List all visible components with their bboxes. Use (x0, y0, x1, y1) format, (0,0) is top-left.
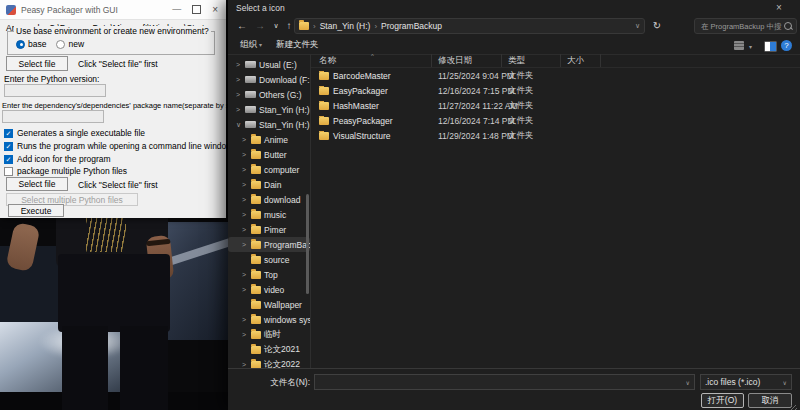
filename-combobox[interactable]: ∨ (314, 374, 695, 390)
sidebar-item[interactable]: > ProgramBack (228, 237, 310, 252)
select-file-button-1[interactable]: Select file (6, 56, 68, 71)
sidebar-item[interactable]: > 临时 (228, 327, 310, 342)
sidebar-item[interactable]: > Others (G:) (228, 87, 310, 102)
new-folder-button[interactable]: 新建文件夹 (276, 39, 319, 51)
maximize-icon[interactable] (192, 5, 201, 14)
search-box[interactable] (694, 18, 797, 34)
expander-icon[interactable]: > (242, 151, 248, 158)
expander-icon[interactable]: > (242, 361, 248, 368)
file-row[interactable]: HashMaster 11/27/2024 11:22 AM 文件夹 (311, 98, 800, 113)
sidebar-item[interactable]: > computer (228, 162, 310, 177)
expander-icon[interactable]: > (236, 91, 242, 98)
python-version-input[interactable] (4, 84, 106, 97)
execute-button[interactable]: Execute (8, 204, 64, 217)
expander-icon[interactable]: > (242, 166, 248, 173)
filetype-select[interactable]: .ico files (*.ico) ∨ (700, 374, 792, 390)
expander-icon[interactable]: > (242, 196, 248, 203)
file-row[interactable]: PeasyPackager 12/16/2024 7:14 PM 文件夹 (311, 113, 800, 128)
sidebar-item[interactable]: > Usual (E:) (228, 57, 310, 72)
window-titlebar[interactable]: Peasy Packager with GUI — × (0, 0, 226, 20)
view-mode-icon[interactable] (734, 41, 744, 50)
folder-icon (251, 271, 261, 279)
file-list-pane: 名称 修改日期 类型 大小 ^ BarcodeMaster 11/25/2024… (310, 54, 800, 368)
sidebar-item[interactable]: > Butter (228, 147, 310, 162)
sidebar-item[interactable]: > Dain (228, 177, 310, 192)
dependencies-input[interactable] (2, 110, 104, 123)
expander-icon[interactable]: > (242, 331, 248, 338)
person-shirt-fringe (86, 218, 126, 252)
column-header-size[interactable]: 大小 (561, 54, 601, 67)
radio-new[interactable]: new (56, 39, 84, 49)
close-icon[interactable]: × (769, 1, 789, 15)
close-icon[interactable]: × (212, 5, 218, 15)
breadcrumb-folder[interactable]: ProgramBackup (381, 21, 442, 31)
checkbox-label: package multiple Python files (17, 166, 127, 176)
minimize-icon[interactable]: — (172, 5, 181, 14)
sidebar-item[interactable]: > Top (228, 267, 310, 282)
filename-input[interactable] (319, 376, 686, 388)
expander-icon[interactable]: > (242, 286, 248, 293)
window-title: Peasy Packager with GUI (21, 5, 172, 15)
resize-grip[interactable] (791, 405, 797, 410)
folder-icon (251, 136, 261, 144)
checkbox-add-icon[interactable]: ✓ Add icon for the program (4, 154, 111, 164)
expander-icon[interactable]: > (236, 106, 242, 113)
folder-icon (319, 132, 329, 140)
checkbox-label: Add icon for the program (17, 154, 111, 164)
checkbox-multiple-files[interactable]: package multiple Python files (4, 166, 127, 176)
dialog-titlebar[interactable]: Select a icon × (228, 0, 800, 16)
sidebar-item[interactable]: > Anime (228, 132, 310, 147)
file-row[interactable]: VisualStructure 11/29/2024 1:48 PM 文件夹 (311, 128, 800, 143)
cancel-button[interactable]: 取消 (748, 393, 792, 408)
expander-icon[interactable]: > (236, 76, 242, 83)
sidebar-item[interactable]: > download (228, 192, 310, 207)
expander-icon[interactable]: > (242, 241, 248, 248)
checkbox-command-window[interactable]: ✓ Runs the program while opening a comma… (4, 141, 232, 151)
expander-icon[interactable]: > (242, 136, 248, 143)
sidebar-item[interactable]: > 论文2022 (228, 357, 310, 368)
sidebar-item[interactable]: ∨ Stan_Yin (H:) (228, 117, 310, 132)
back-icon[interactable]: ← (234, 19, 250, 33)
expander-icon[interactable]: > (242, 316, 248, 323)
screen: Peasy Packager with GUI — × Anaconda: C:… (0, 0, 800, 410)
sidebar-item[interactable]: > Download (F: (228, 72, 310, 87)
expander-icon[interactable]: > (242, 181, 248, 188)
breadcrumb-separator: › (374, 22, 377, 31)
checkbox-single-executable[interactable]: ✓ Generates a single executable file (4, 128, 145, 138)
expander-icon[interactable]: > (242, 226, 248, 233)
folder-icon (251, 346, 261, 354)
expander-icon[interactable]: ∨ (236, 121, 242, 129)
expander-icon[interactable]: > (242, 271, 248, 278)
background-photo (0, 218, 228, 410)
file-row[interactable]: EasyPackager 12/16/2024 7:15 PM 文件夹 (311, 83, 800, 98)
sidebar-item[interactable]: 论文2021 (228, 342, 310, 357)
sidebar-item[interactable]: Wallpaper (228, 297, 310, 312)
breadcrumb-drive[interactable]: Stan_Yin (H:) (320, 21, 371, 31)
expander-icon[interactable]: > (236, 61, 242, 68)
address-dropdown-icon[interactable]: ∨ (635, 22, 640, 30)
select-file-button-2[interactable]: Select file (6, 177, 68, 191)
radio-base-label: base (28, 39, 46, 49)
sidebar-item[interactable]: > windows syst (228, 312, 310, 327)
forward-icon[interactable]: → (252, 19, 268, 33)
sidebar-item[interactable]: > video (228, 282, 310, 297)
address-bar[interactable]: › Stan_Yin (H:) › ProgramBackup ∨ (294, 18, 645, 34)
sidebar-item[interactable]: > music (228, 207, 310, 222)
expander-icon[interactable]: > (242, 211, 248, 218)
search-input[interactable] (699, 21, 784, 32)
sidebar-item[interactable]: > Pimer (228, 222, 310, 237)
sidebar-item[interactable]: > Stan_Yin (H:) (228, 102, 310, 117)
help-icon[interactable]: ? (781, 40, 792, 51)
view-mode-caret-icon[interactable]: ▾ (749, 43, 752, 50)
file-row[interactable]: BarcodeMaster 11/25/2024 9:04 PM 文件夹 (311, 68, 800, 83)
radio-base[interactable]: base (16, 39, 46, 49)
sort-ascending-icon: ^ (371, 54, 374, 59)
organize-menu[interactable]: 组织▾ (240, 39, 262, 51)
sidebar-scrollbar[interactable] (306, 194, 309, 294)
sidebar-item[interactable]: source (228, 252, 310, 267)
column-header-type[interactable]: 类型 (502, 54, 561, 67)
preview-pane-icon[interactable] (764, 41, 777, 52)
open-button[interactable]: 打开(O) (701, 393, 744, 408)
column-header-date[interactable]: 修改日期 (432, 54, 502, 67)
refresh-icon[interactable]: ↻ (649, 19, 665, 33)
